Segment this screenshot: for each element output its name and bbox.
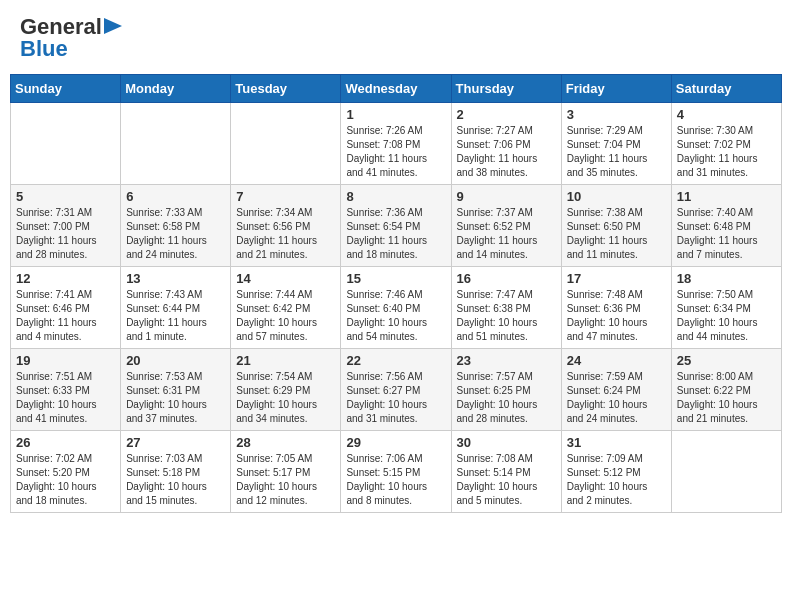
day-info: Sunrise: 7:50 AM Sunset: 6:34 PM Dayligh… bbox=[677, 288, 776, 344]
day-number: 3 bbox=[567, 107, 666, 122]
day-info: Sunrise: 7:03 AM Sunset: 5:18 PM Dayligh… bbox=[126, 452, 225, 508]
day-number: 21 bbox=[236, 353, 335, 368]
day-info: Sunrise: 8:00 AM Sunset: 6:22 PM Dayligh… bbox=[677, 370, 776, 426]
day-number: 27 bbox=[126, 435, 225, 450]
day-cell-10: 10Sunrise: 7:38 AM Sunset: 6:50 PM Dayli… bbox=[561, 185, 671, 267]
day-number: 10 bbox=[567, 189, 666, 204]
day-cell-14: 14Sunrise: 7:44 AM Sunset: 6:42 PM Dayli… bbox=[231, 267, 341, 349]
day-info: Sunrise: 7:34 AM Sunset: 6:56 PM Dayligh… bbox=[236, 206, 335, 262]
day-info: Sunrise: 7:27 AM Sunset: 7:06 PM Dayligh… bbox=[457, 124, 556, 180]
weekday-header-thursday: Thursday bbox=[451, 75, 561, 103]
day-number: 22 bbox=[346, 353, 445, 368]
day-info: Sunrise: 7:05 AM Sunset: 5:17 PM Dayligh… bbox=[236, 452, 335, 508]
calendar-table: SundayMondayTuesdayWednesdayThursdayFrid… bbox=[10, 74, 782, 513]
day-number: 20 bbox=[126, 353, 225, 368]
day-info: Sunrise: 7:06 AM Sunset: 5:15 PM Dayligh… bbox=[346, 452, 445, 508]
day-number: 4 bbox=[677, 107, 776, 122]
day-cell-24: 24Sunrise: 7:59 AM Sunset: 6:24 PM Dayli… bbox=[561, 349, 671, 431]
day-cell-31: 31Sunrise: 7:09 AM Sunset: 5:12 PM Dayli… bbox=[561, 431, 671, 513]
day-info: Sunrise: 7:57 AM Sunset: 6:25 PM Dayligh… bbox=[457, 370, 556, 426]
day-info: Sunrise: 7:43 AM Sunset: 6:44 PM Dayligh… bbox=[126, 288, 225, 344]
day-cell-25: 25Sunrise: 8:00 AM Sunset: 6:22 PM Dayli… bbox=[671, 349, 781, 431]
day-number: 12 bbox=[16, 271, 115, 286]
logo-general: General bbox=[20, 16, 102, 38]
week-row-3: 12Sunrise: 7:41 AM Sunset: 6:46 PM Dayli… bbox=[11, 267, 782, 349]
day-info: Sunrise: 7:29 AM Sunset: 7:04 PM Dayligh… bbox=[567, 124, 666, 180]
day-info: Sunrise: 7:02 AM Sunset: 5:20 PM Dayligh… bbox=[16, 452, 115, 508]
day-number: 6 bbox=[126, 189, 225, 204]
day-info: Sunrise: 7:41 AM Sunset: 6:46 PM Dayligh… bbox=[16, 288, 115, 344]
day-info: Sunrise: 7:53 AM Sunset: 6:31 PM Dayligh… bbox=[126, 370, 225, 426]
day-number: 25 bbox=[677, 353, 776, 368]
day-number: 8 bbox=[346, 189, 445, 204]
day-number: 9 bbox=[457, 189, 556, 204]
day-cell-1: 1Sunrise: 7:26 AM Sunset: 7:08 PM Daylig… bbox=[341, 103, 451, 185]
day-cell-11: 11Sunrise: 7:40 AM Sunset: 6:48 PM Dayli… bbox=[671, 185, 781, 267]
day-cell-23: 23Sunrise: 7:57 AM Sunset: 6:25 PM Dayli… bbox=[451, 349, 561, 431]
day-number: 13 bbox=[126, 271, 225, 286]
day-number: 11 bbox=[677, 189, 776, 204]
day-cell-30: 30Sunrise: 7:08 AM Sunset: 5:14 PM Dayli… bbox=[451, 431, 561, 513]
day-cell-7: 7Sunrise: 7:34 AM Sunset: 6:56 PM Daylig… bbox=[231, 185, 341, 267]
day-cell-19: 19Sunrise: 7:51 AM Sunset: 6:33 PM Dayli… bbox=[11, 349, 121, 431]
day-info: Sunrise: 7:56 AM Sunset: 6:27 PM Dayligh… bbox=[346, 370, 445, 426]
day-number: 23 bbox=[457, 353, 556, 368]
weekday-header-sunday: Sunday bbox=[11, 75, 121, 103]
day-cell-27: 27Sunrise: 7:03 AM Sunset: 5:18 PM Dayli… bbox=[121, 431, 231, 513]
week-row-5: 26Sunrise: 7:02 AM Sunset: 5:20 PM Dayli… bbox=[11, 431, 782, 513]
day-info: Sunrise: 7:38 AM Sunset: 6:50 PM Dayligh… bbox=[567, 206, 666, 262]
empty-cell bbox=[121, 103, 231, 185]
day-number: 5 bbox=[16, 189, 115, 204]
day-number: 17 bbox=[567, 271, 666, 286]
day-number: 26 bbox=[16, 435, 115, 450]
day-number: 7 bbox=[236, 189, 335, 204]
empty-cell bbox=[11, 103, 121, 185]
day-cell-26: 26Sunrise: 7:02 AM Sunset: 5:20 PM Dayli… bbox=[11, 431, 121, 513]
day-number: 16 bbox=[457, 271, 556, 286]
weekday-header-monday: Monday bbox=[121, 75, 231, 103]
empty-cell bbox=[231, 103, 341, 185]
logo-blue: Blue bbox=[20, 36, 68, 62]
day-info: Sunrise: 7:26 AM Sunset: 7:08 PM Dayligh… bbox=[346, 124, 445, 180]
day-info: Sunrise: 7:40 AM Sunset: 6:48 PM Dayligh… bbox=[677, 206, 776, 262]
day-cell-9: 9Sunrise: 7:37 AM Sunset: 6:52 PM Daylig… bbox=[451, 185, 561, 267]
day-number: 28 bbox=[236, 435, 335, 450]
day-cell-16: 16Sunrise: 7:47 AM Sunset: 6:38 PM Dayli… bbox=[451, 267, 561, 349]
day-cell-18: 18Sunrise: 7:50 AM Sunset: 6:34 PM Dayli… bbox=[671, 267, 781, 349]
day-cell-5: 5Sunrise: 7:31 AM Sunset: 7:00 PM Daylig… bbox=[11, 185, 121, 267]
day-cell-6: 6Sunrise: 7:33 AM Sunset: 6:58 PM Daylig… bbox=[121, 185, 231, 267]
day-number: 18 bbox=[677, 271, 776, 286]
logo-arrow-icon bbox=[104, 16, 124, 36]
day-cell-13: 13Sunrise: 7:43 AM Sunset: 6:44 PM Dayli… bbox=[121, 267, 231, 349]
week-row-4: 19Sunrise: 7:51 AM Sunset: 6:33 PM Dayli… bbox=[11, 349, 782, 431]
weekday-header-tuesday: Tuesday bbox=[231, 75, 341, 103]
day-info: Sunrise: 7:44 AM Sunset: 6:42 PM Dayligh… bbox=[236, 288, 335, 344]
day-cell-21: 21Sunrise: 7:54 AM Sunset: 6:29 PM Dayli… bbox=[231, 349, 341, 431]
day-number: 14 bbox=[236, 271, 335, 286]
day-info: Sunrise: 7:36 AM Sunset: 6:54 PM Dayligh… bbox=[346, 206, 445, 262]
day-info: Sunrise: 7:47 AM Sunset: 6:38 PM Dayligh… bbox=[457, 288, 556, 344]
day-cell-3: 3Sunrise: 7:29 AM Sunset: 7:04 PM Daylig… bbox=[561, 103, 671, 185]
day-number: 29 bbox=[346, 435, 445, 450]
day-cell-20: 20Sunrise: 7:53 AM Sunset: 6:31 PM Dayli… bbox=[121, 349, 231, 431]
day-info: Sunrise: 7:09 AM Sunset: 5:12 PM Dayligh… bbox=[567, 452, 666, 508]
weekday-header-friday: Friday bbox=[561, 75, 671, 103]
day-cell-28: 28Sunrise: 7:05 AM Sunset: 5:17 PM Dayli… bbox=[231, 431, 341, 513]
weekday-header-wednesday: Wednesday bbox=[341, 75, 451, 103]
weekday-header-row: SundayMondayTuesdayWednesdayThursdayFrid… bbox=[11, 75, 782, 103]
day-cell-12: 12Sunrise: 7:41 AM Sunset: 6:46 PM Dayli… bbox=[11, 267, 121, 349]
day-number: 1 bbox=[346, 107, 445, 122]
day-number: 2 bbox=[457, 107, 556, 122]
day-info: Sunrise: 7:30 AM Sunset: 7:02 PM Dayligh… bbox=[677, 124, 776, 180]
day-info: Sunrise: 7:54 AM Sunset: 6:29 PM Dayligh… bbox=[236, 370, 335, 426]
day-number: 24 bbox=[567, 353, 666, 368]
day-info: Sunrise: 7:33 AM Sunset: 6:58 PM Dayligh… bbox=[126, 206, 225, 262]
day-info: Sunrise: 7:31 AM Sunset: 7:00 PM Dayligh… bbox=[16, 206, 115, 262]
svg-marker-0 bbox=[104, 18, 122, 34]
day-cell-8: 8Sunrise: 7:36 AM Sunset: 6:54 PM Daylig… bbox=[341, 185, 451, 267]
day-info: Sunrise: 7:51 AM Sunset: 6:33 PM Dayligh… bbox=[16, 370, 115, 426]
empty-cell bbox=[671, 431, 781, 513]
day-cell-15: 15Sunrise: 7:46 AM Sunset: 6:40 PM Dayli… bbox=[341, 267, 451, 349]
page-header: General Blue bbox=[10, 10, 782, 68]
day-info: Sunrise: 7:48 AM Sunset: 6:36 PM Dayligh… bbox=[567, 288, 666, 344]
